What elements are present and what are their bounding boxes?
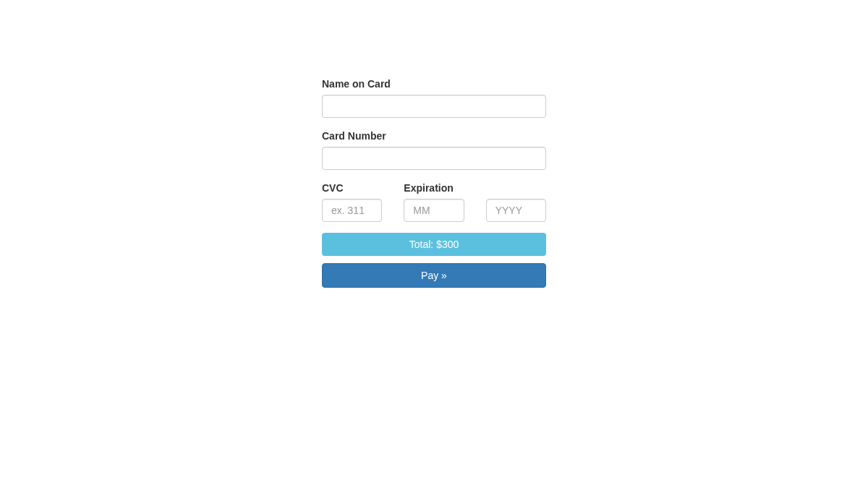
name-on-card-group: Name on Card (322, 77, 546, 118)
payment-form-container: Name on Card Card Number CVC Expiration (322, 0, 546, 288)
card-number-group: Card Number (322, 129, 546, 170)
pay-button[interactable]: Pay » (322, 263, 546, 288)
name-on-card-label: Name on Card (322, 77, 546, 91)
cvc-input[interactable] (322, 199, 382, 222)
expiration-month-input[interactable] (404, 199, 464, 222)
name-on-card-input[interactable] (322, 95, 546, 118)
expiration-year-input[interactable] (486, 199, 546, 222)
cvc-expiration-group: CVC Expiration (322, 181, 546, 222)
total-badge: Total: $300 (322, 233, 546, 256)
card-number-label: Card Number (322, 129, 546, 143)
cvc-label: CVC (322, 181, 382, 195)
expiration-label: Expiration (404, 181, 546, 195)
card-number-input[interactable] (322, 147, 546, 170)
